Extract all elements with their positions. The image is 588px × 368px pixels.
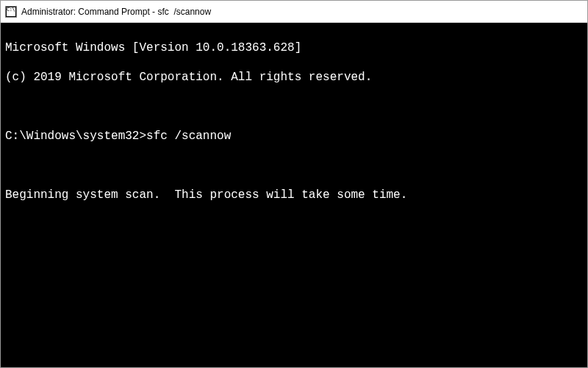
prompt: C:\Windows\system32> <box>5 129 146 144</box>
terminal-output[interactable]: Microsoft Windows [Version 10.0.18363.62… <box>1 23 587 367</box>
command-prompt-icon-text: C:\ <box>7 7 15 13</box>
command-prompt-icon: C:\ <box>5 6 17 18</box>
blank-line <box>5 158 583 173</box>
prompt-line: C:\Windows\system32>sfc /scannow <box>5 129 583 144</box>
command-prompt-window: C:\ Administrator: Command Prompt - sfc … <box>0 0 588 368</box>
titlebar[interactable]: C:\ Administrator: Command Prompt - sfc … <box>1 1 587 23</box>
command-input: sfc /scannow <box>146 129 231 144</box>
version-line: Microsoft Windows [Version 10.0.18363.62… <box>5 40 583 55</box>
blank-line <box>5 99 583 114</box>
copyright-line: (c) 2019 Microsoft Corporation. All righ… <box>5 70 583 85</box>
window-title: Administrator: Command Prompt - sfc /sca… <box>21 7 211 17</box>
status-line: Beginning system scan. This process will… <box>5 188 583 202</box>
